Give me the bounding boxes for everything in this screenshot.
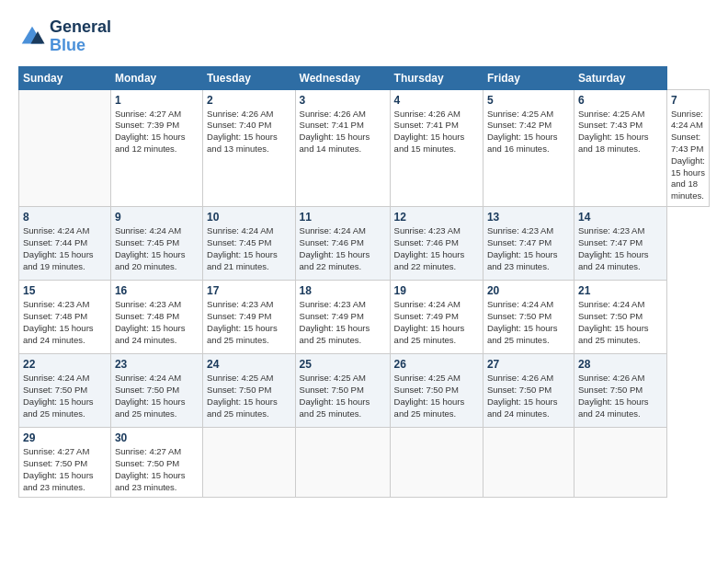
calendar-cell: 29Sunrise: 4:27 AMSunset: 7:50 PMDayligh… [19, 428, 111, 498]
day-number: 2 [207, 94, 291, 107]
day-number: 3 [300, 94, 386, 107]
day-number: 9 [115, 211, 199, 224]
calendar-cell: 22Sunrise: 4:24 AMSunset: 7:50 PMDayligh… [19, 354, 111, 428]
day-info: Sunrise: 4:26 AMSunset: 7:50 PMDaylight:… [487, 373, 570, 419]
logo: General Blue [18, 18, 111, 55]
calendar-cell [390, 428, 483, 498]
day-info: Sunrise: 4:27 AMSunset: 7:50 PMDaylight:… [23, 446, 107, 493]
weekday-monday: Monday [110, 66, 202, 89]
day-number: 10 [207, 211, 291, 224]
calendar-body: 1Sunrise: 4:27 AMSunset: 7:39 PMDaylight… [19, 89, 710, 498]
calendar-cell: 15Sunrise: 4:23 AMSunset: 7:48 PMDayligh… [19, 281, 111, 354]
calendar-cell: 23Sunrise: 4:24 AMSunset: 7:50 PMDayligh… [110, 354, 202, 428]
calendar-cell: 5Sunrise: 4:25 AMSunset: 7:42 PMDaylight… [483, 89, 574, 207]
weekday-wednesday: Wednesday [295, 66, 390, 89]
day-number: 7 [671, 94, 705, 107]
day-number: 15 [23, 284, 107, 297]
day-info: Sunrise: 4:24 AMSunset: 7:44 PMDaylight:… [23, 225, 107, 272]
calendar-cell: 17Sunrise: 4:23 AMSunset: 7:49 PMDayligh… [203, 281, 296, 354]
day-info: Sunrise: 4:24 AMSunset: 7:50 PMDaylight:… [487, 299, 570, 346]
weekday-thursday: Thursday [390, 66, 483, 89]
weekday-friday: Friday [483, 66, 574, 89]
day-number: 16 [115, 284, 199, 297]
calendar-cell: 20Sunrise: 4:24 AMSunset: 7:50 PMDayligh… [483, 281, 574, 354]
day-info: Sunrise: 4:23 AMSunset: 7:47 PMDaylight:… [487, 225, 570, 272]
day-info: Sunrise: 4:24 AMSunset: 7:45 PMDaylight:… [207, 225, 291, 272]
calendar-cell: 14Sunrise: 4:23 AMSunset: 7:47 PMDayligh… [574, 207, 666, 281]
calendar-cell [295, 428, 390, 498]
weekday-tuesday: Tuesday [203, 66, 296, 89]
weekday-saturday: Saturday [574, 66, 666, 89]
day-info: Sunrise: 4:23 AMSunset: 7:46 PMDaylight:… [394, 225, 479, 272]
day-number: 23 [115, 358, 199, 371]
day-number: 14 [578, 211, 663, 224]
calendar-cell [483, 428, 574, 498]
day-number: 18 [300, 284, 386, 297]
day-info: Sunrise: 4:23 AMSunset: 7:48 PMDaylight:… [23, 299, 107, 346]
day-info: Sunrise: 4:24 AMSunset: 7:43 PMDaylight:… [671, 109, 705, 203]
page: General Blue SundayMondayTuesdayWednesda… [0, 0, 728, 563]
day-info: Sunrise: 4:23 AMSunset: 7:48 PMDaylight:… [115, 299, 199, 346]
day-number: 21 [578, 284, 663, 297]
day-info: Sunrise: 4:24 AMSunset: 7:46 PMDaylight:… [300, 225, 386, 272]
day-info: Sunrise: 4:25 AMSunset: 7:50 PMDaylight:… [207, 373, 291, 419]
header: General Blue [18, 18, 710, 55]
calendar-cell: 19Sunrise: 4:24 AMSunset: 7:49 PMDayligh… [390, 281, 483, 354]
calendar: SundayMondayTuesdayWednesdayThursdayFrid… [18, 66, 710, 499]
day-number: 26 [394, 358, 479, 371]
calendar-cell: 3Sunrise: 4:26 AMSunset: 7:41 PMDaylight… [295, 89, 390, 207]
day-number: 13 [487, 211, 570, 224]
calendar-cell: 8Sunrise: 4:24 AMSunset: 7:44 PMDaylight… [19, 207, 111, 281]
calendar-cell: 1Sunrise: 4:27 AMSunset: 7:39 PMDaylight… [110, 89, 202, 207]
calendar-cell [574, 428, 666, 498]
day-number: 29 [23, 431, 107, 444]
day-info: Sunrise: 4:26 AMSunset: 7:41 PMDaylight:… [394, 109, 479, 155]
day-number: 17 [207, 284, 291, 297]
day-info: Sunrise: 4:25 AMSunset: 7:42 PMDaylight:… [487, 109, 570, 155]
day-info: Sunrise: 4:27 AMSunset: 7:39 PMDaylight:… [115, 109, 199, 155]
logo-text: General Blue [50, 18, 111, 55]
day-info: Sunrise: 4:25 AMSunset: 7:43 PMDaylight:… [578, 109, 663, 155]
day-info: Sunrise: 4:23 AMSunset: 7:49 PMDaylight:… [300, 299, 386, 346]
calendar-cell [203, 428, 296, 498]
day-info: Sunrise: 4:23 AMSunset: 7:49 PMDaylight:… [207, 299, 291, 346]
day-number: 20 [487, 284, 570, 297]
calendar-cell: 12Sunrise: 4:23 AMSunset: 7:46 PMDayligh… [390, 207, 483, 281]
day-number: 25 [300, 358, 386, 371]
day-info: Sunrise: 4:24 AMSunset: 7:50 PMDaylight:… [23, 373, 107, 419]
calendar-cell [19, 89, 111, 207]
day-number: 30 [115, 431, 199, 444]
day-number: 22 [23, 358, 107, 371]
day-number: 27 [487, 358, 570, 371]
calendar-cell: 9Sunrise: 4:24 AMSunset: 7:45 PMDaylight… [110, 207, 202, 281]
calendar-cell: 24Sunrise: 4:25 AMSunset: 7:50 PMDayligh… [203, 354, 296, 428]
day-info: Sunrise: 4:26 AMSunset: 7:40 PMDaylight:… [207, 109, 291, 155]
day-number: 19 [394, 284, 479, 297]
calendar-cell: 30Sunrise: 4:27 AMSunset: 7:50 PMDayligh… [110, 428, 202, 498]
calendar-cell: 7Sunrise: 4:24 AMSunset: 7:43 PMDaylight… [666, 89, 709, 207]
day-info: Sunrise: 4:26 AMSunset: 7:50 PMDaylight:… [578, 373, 663, 419]
weekday-header: SundayMondayTuesdayWednesdayThursdayFrid… [19, 66, 710, 89]
calendar-cell: 4Sunrise: 4:26 AMSunset: 7:41 PMDaylight… [390, 89, 483, 207]
day-info: Sunrise: 4:24 AMSunset: 7:45 PMDaylight:… [115, 225, 199, 272]
day-info: Sunrise: 4:24 AMSunset: 7:50 PMDaylight:… [115, 373, 199, 419]
calendar-cell: 26Sunrise: 4:25 AMSunset: 7:50 PMDayligh… [390, 354, 483, 428]
weekday-sunday: Sunday [19, 66, 111, 89]
day-number: 1 [115, 94, 199, 107]
calendar-cell: 28Sunrise: 4:26 AMSunset: 7:50 PMDayligh… [574, 354, 666, 428]
day-info: Sunrise: 4:24 AMSunset: 7:49 PMDaylight:… [394, 299, 479, 346]
calendar-cell: 25Sunrise: 4:25 AMSunset: 7:50 PMDayligh… [295, 354, 390, 428]
calendar-cell: 2Sunrise: 4:26 AMSunset: 7:40 PMDaylight… [203, 89, 296, 207]
logo-icon [18, 23, 46, 51]
calendar-cell: 27Sunrise: 4:26 AMSunset: 7:50 PMDayligh… [483, 354, 574, 428]
day-info: Sunrise: 4:25 AMSunset: 7:50 PMDaylight:… [300, 373, 386, 419]
day-number: 11 [300, 211, 386, 224]
day-number: 24 [207, 358, 291, 371]
day-number: 12 [394, 211, 479, 224]
calendar-cell: 18Sunrise: 4:23 AMSunset: 7:49 PMDayligh… [295, 281, 390, 354]
calendar-cell: 16Sunrise: 4:23 AMSunset: 7:48 PMDayligh… [110, 281, 202, 354]
day-info: Sunrise: 4:25 AMSunset: 7:50 PMDaylight:… [394, 373, 479, 419]
day-info: Sunrise: 4:26 AMSunset: 7:41 PMDaylight:… [300, 109, 386, 155]
day-number: 8 [23, 211, 107, 224]
day-number: 6 [578, 94, 663, 107]
